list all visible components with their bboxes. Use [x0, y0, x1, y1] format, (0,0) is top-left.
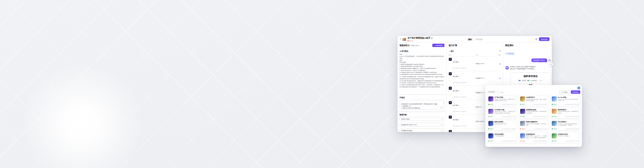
debug-info-pill[interactable]: ∨ 调试信息	[505, 52, 515, 55]
agent-list-window: C 导入智能体 创建智能体 生产执行管理...⋯ 负责生产执行管理系统，帮助用户…	[485, 85, 582, 147]
sparkle	[50, 84, 52, 86]
agent-avatar	[402, 38, 406, 41]
status-badge: 未发布	[409, 40, 413, 42]
char-count: 6/50	[441, 119, 443, 120]
builder-header: ‹ 生产执行管理系统AI助手 未发布 编排 发布历史 ⚙ 发布应用	[397, 36, 552, 43]
sparkle	[111, 111, 112, 112]
status-dot	[520, 104, 521, 105]
char-count: 11/50	[440, 124, 443, 126]
remove-plugin-icon[interactable]: ⊖	[495, 77, 501, 79]
search-icon[interactable]	[501, 89, 503, 95]
agent-card[interactable]: 集群管理助手⋯ 为您提供系统状态查询、相关服务管理等服务 已发布最后编辑 202…	[550, 108, 580, 119]
more-menu-icon[interactable]: ⋯	[514, 121, 516, 123]
tab-orchestrate[interactable]: 编排	[467, 38, 473, 41]
create-agent-button[interactable]: 创建智能体	[571, 90, 580, 94]
header-tabs: 编排 发布历史	[467, 36, 483, 43]
back-icon[interactable]: ‹	[400, 38, 401, 41]
agent-card[interactable]: SCRM客户运营⋯ 为您提供客户关系管理、活动运营以及相关数据的查询与分析等服务…	[487, 108, 517, 119]
plugin-row: MCP插件 https://dmse.cn-north-4.hu... 创建生产…	[449, 56, 501, 71]
more-menu-icon[interactable]: ⋯	[578, 133, 579, 135]
persona-text[interactable]: 角色： 作为一个生产管理智能助手，你的任务是基于给用户提供相关服务并提供相关信息…	[399, 53, 444, 92]
copy-icon[interactable]	[431, 38, 432, 39]
mcp-plugin-icon	[449, 58, 452, 61]
user-avatar[interactable]: C	[577, 86, 580, 89]
status-dot	[488, 116, 489, 117]
preset-question-input[interactable]: 查询特定用户的生产工单 11/50	[399, 123, 444, 127]
preset-question-input[interactable]: 查询生产报告 6/50	[399, 117, 444, 121]
search-box[interactable]	[487, 91, 500, 94]
agent-card[interactable]: 生产执行管理...⋯ 负责生产执行管理系统，帮助用户记录并管理生产报告与产品 已…	[487, 95, 517, 106]
agent-thumbnail	[552, 121, 557, 126]
agent-card[interactable]: DevOps助理...⋯ 与DevOps相关的GitOps与K8S的管理等任务一…	[550, 95, 580, 106]
agent-card[interactable]: 营养业务智能...⋯ 营养业务智能问答助手 已发布最后编辑 2024-08-27…	[487, 120, 517, 131]
plugin-tool-select[interactable]: 创建生产工单 ∨	[476, 63, 495, 65]
char-count: 8/50	[441, 130, 443, 131]
import-agent-button[interactable]: 导入智能体	[559, 90, 569, 94]
create-agent-button[interactable]: + 创建智能体	[432, 44, 444, 47]
mcp-plugin-icon	[449, 87, 452, 90]
agent-thumbnail	[520, 121, 525, 126]
plugin-tool-select[interactable]: 添加物料产品 ∨	[476, 77, 495, 79]
agent-card[interactable]: 多智能体应用⋯ 负责协调两个子agent工作，一个负责生成png，另一个负责te…	[519, 132, 549, 143]
more-menu-icon[interactable]: ⋯	[546, 121, 547, 123]
workflow-mode-select[interactable]: 智能工作流 ∨	[411, 45, 420, 46]
agent-card[interactable]: 华为DME智能...⋯ 华为DME智能助手 已发布最后编辑 2024-08-26…	[487, 132, 517, 143]
status-dot	[520, 116, 521, 117]
sparkle	[138, 31, 139, 32]
status-dot	[552, 141, 553, 142]
opening-textarea[interactable]: 欢迎使用生产执行管理系统智能助手！我能为你提供以下服务： 1. 添加物料产品 2…	[399, 100, 444, 110]
more-menu-icon[interactable]: ⋯	[578, 121, 579, 123]
agent-thumbnail	[552, 96, 557, 101]
assistant-avatar-icon	[505, 66, 509, 70]
persona-title: 人设与指令	[399, 50, 444, 52]
agent-thumbnail	[552, 133, 557, 138]
agent-card[interactable]: K8S运维助手⋯ Kubernetes相关问题的运维智能助手，如：查询pod状态…	[550, 120, 580, 131]
divider	[397, 94, 446, 95]
more-menu-icon[interactable]: ⋯	[546, 133, 547, 135]
plugins-group-title: 插件	[450, 50, 454, 52]
agent-thumbnail	[488, 121, 493, 126]
preset-question-input[interactable]: 查询物料库存报告 8/50	[399, 128, 444, 132]
chevron-down-icon: ∨	[484, 121, 485, 122]
report-pager[interactable]: ‹ 1/5 ›	[539, 80, 543, 81]
more-menu-icon[interactable]: ⋯	[514, 109, 516, 111]
mcp-plugin-icon	[449, 116, 452, 119]
chevron-down-icon: ∨	[506, 53, 507, 54]
opening-title: 开场白	[399, 96, 444, 99]
agent-thumbnail	[552, 109, 557, 114]
status-dot	[552, 104, 553, 105]
tab-publish-history[interactable]: 发布历史	[476, 38, 483, 41]
add-plugin-icon[interactable]: +	[499, 50, 501, 52]
section-title-capability: 能力扩展	[449, 44, 457, 47]
page-title: 生产执行管理系统AI助手	[408, 37, 430, 40]
gear-icon[interactable]: ⚙	[535, 38, 537, 40]
scrollbar[interactable]	[443, 101, 444, 104]
agent-card[interactable]: 合同审查助手⋯ 为您提供合同文件审查，严格、准确且高效的审查服务 已发布最后编辑…	[519, 95, 549, 106]
publish-app-button[interactable]: 发布应用	[539, 37, 549, 41]
status-dot	[552, 128, 553, 129]
more-menu-icon[interactable]: ⋯	[546, 109, 547, 111]
agent-thumbnail	[488, 109, 493, 114]
agent-card[interactable]: 营养膳食分析师⋯ 为您提供营养膳食建议、相关营养成分分析等服务 已发布最后编辑 …	[519, 108, 549, 119]
section-caret-icon[interactable]: ∧	[449, 50, 450, 52]
status-dot	[408, 40, 409, 41]
status-dot	[488, 141, 489, 142]
status-dot	[520, 128, 521, 129]
more-menu-icon[interactable]: ⋯	[578, 109, 579, 111]
chevron-down-icon: ∨	[484, 63, 485, 65]
more-menu-icon[interactable]: ⋯	[514, 96, 516, 98]
collapse-panel-button[interactable]: «	[549, 62, 553, 67]
mcp-plugin-icon	[449, 72, 452, 75]
chevron-down-icon: ∨	[484, 92, 485, 93]
preset-questions-title: 预置问题	[399, 114, 444, 116]
assistant-reply: 库存量小于或等于最少的物料产品数据为： 请点击以下链接查看物料产品库存报告：	[510, 66, 537, 70]
more-menu-icon[interactable]: ⋯	[578, 96, 579, 98]
agent-card[interactable]: 行程内容小助手⋯ 旅行计划、行程推荐 已发布最后编辑 2024-08-25 16…	[550, 132, 580, 143]
more-menu-icon[interactable]: ⋯	[546, 96, 547, 98]
agent-card[interactable]: 智能机器翻译助手⋯ 帮助用户进行多语言翻译，支持中英互译等 未发布最后编辑 20…	[519, 120, 549, 131]
report-title: 物料库存报告	[512, 75, 549, 78]
remove-plugin-icon[interactable]: ⊖	[495, 63, 501, 65]
more-menu-icon[interactable]: ⋯	[514, 133, 516, 135]
user-avatar: C	[548, 59, 551, 62]
search-input[interactable]	[488, 91, 499, 93]
